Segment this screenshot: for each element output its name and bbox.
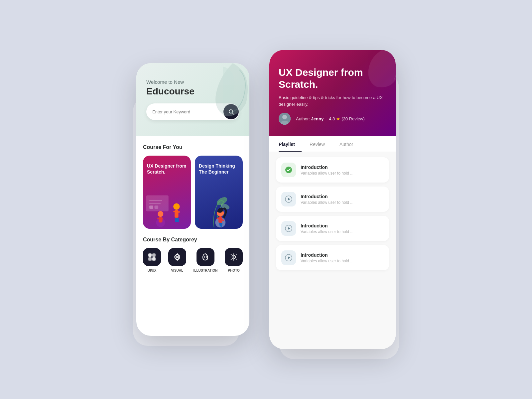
svg-point-35 — [231, 254, 232, 255]
author-info: Author: Jenny — [296, 116, 324, 121]
svg-rect-10 — [178, 211, 180, 213]
svg-point-36 — [236, 254, 237, 255]
category-visual[interactable]: VISUAL — [168, 248, 186, 272]
illustration-icon — [197, 248, 214, 266]
visual-label: VISUAL — [171, 269, 183, 272]
phone1: Welcome to New Educourse Course For You — [136, 63, 249, 336]
svg-point-7 — [173, 203, 180, 210]
playlist-item-4-title: Introduction — [301, 252, 353, 258]
author-row: Author: Jenny 4.8 ★ (20 Review) — [279, 113, 386, 125]
author-name: Jenny — [311, 116, 324, 121]
header-decoration — [362, 50, 396, 91]
svg-point-37 — [231, 259, 232, 260]
courses-section-title: Course For You — [143, 144, 243, 150]
rating-info: 4.8 ★ (20 Review) — [329, 116, 364, 121]
playlist-item-3-content: Introduction Variables allow user to hol… — [301, 223, 353, 234]
course-description: Basic guideline & tips & tricks for how … — [279, 94, 386, 107]
course-card-1[interactable]: UX Designer from Scratch. — [143, 156, 191, 229]
category-uiux[interactable]: UI/UX — [143, 248, 161, 272]
svg-point-34 — [233, 256, 234, 258]
author-label: Author: — [296, 116, 310, 121]
phone2-header: UX Designer from Scratch. Basic guidelin… — [269, 50, 396, 136]
tab-review[interactable]: Review — [310, 136, 332, 152]
playlist-item-2-title: Introduction — [301, 194, 353, 199]
svg-rect-27 — [148, 253, 152, 257]
playlist-item-2-content: Introduction Variables allow user to hol… — [301, 194, 353, 205]
playlist-item-2[interactable]: Introduction Variables allow user to hol… — [276, 187, 389, 212]
visual-icon — [168, 248, 186, 266]
svg-rect-28 — [152, 253, 156, 257]
svg-marker-48 — [288, 198, 290, 200]
svg-marker-52 — [288, 256, 290, 259]
playlist-icon-2 — [281, 192, 296, 206]
author-avatar — [279, 113, 291, 125]
svg-point-44 — [282, 115, 287, 119]
uiux-label: UI/UX — [148, 269, 157, 272]
svg-rect-17 — [161, 218, 164, 219]
svg-point-14 — [158, 211, 163, 217]
course-illustration-1 — [143, 192, 191, 229]
review-count: (20 Review) — [341, 116, 364, 121]
course-illustration-2 — [195, 192, 243, 229]
playlist-item-4-desc: Variables allow user to hold ... — [301, 259, 353, 263]
svg-rect-29 — [148, 257, 152, 261]
categories-section-title: Course By Categorey — [143, 237, 243, 243]
phone2: UX Designer from Scratch. Basic guidelin… — [269, 50, 396, 349]
playlist-item-4[interactable]: Introduction Variables allow user to hol… — [276, 245, 389, 270]
playlist-item-3-title: Introduction — [301, 223, 353, 228]
playlist-item-2-desc: Variables allow user to hold ... — [301, 200, 353, 205]
playlist-icon-4 — [281, 250, 296, 265]
svg-rect-11 — [175, 218, 177, 222]
svg-rect-16 — [157, 218, 159, 219]
photo-icon — [225, 248, 243, 266]
svg-marker-50 — [288, 227, 290, 230]
courses-row: UX Designer from Scratch. — [143, 156, 243, 229]
phone2-wrapper: UX Designer from Scratch. Basic guidelin… — [269, 50, 396, 349]
playlist-items: Introduction Variables allow user to hol… — [269, 152, 396, 276]
svg-rect-15 — [159, 217, 163, 222]
playlist-item-1[interactable]: Introduction Variables allow user to hol… — [276, 157, 389, 183]
svg-rect-9 — [173, 211, 176, 212]
playlist-icon-3 — [281, 221, 296, 236]
uiux-icon — [143, 248, 161, 266]
svg-rect-5 — [149, 205, 153, 209]
svg-rect-22 — [218, 216, 222, 223]
photo-label: PHOTO — [228, 269, 239, 272]
star-icon: ★ — [336, 116, 340, 121]
leaf-decoration — [206, 63, 249, 120]
categories-row: UI/UX VISUAL — [143, 248, 243, 272]
rating-value: 4.8 — [329, 116, 335, 121]
phone1-header: Welcome to New Educourse — [136, 63, 249, 136]
phones-container: Welcome to New Educourse Course For You — [136, 50, 396, 349]
category-photo[interactable]: PHOTO — [225, 248, 243, 272]
svg-point-32 — [176, 256, 179, 258]
phone2-body: Playlist Review Author — [269, 136, 396, 349]
category-illustration[interactable]: ILLUSTRATION — [194, 248, 218, 272]
svg-rect-6 — [155, 205, 159, 209]
tab-author[interactable]: Author — [339, 136, 360, 152]
svg-rect-30 — [152, 257, 156, 261]
phone1-body: Course For You UX Designer from Scratch. — [136, 136, 249, 336]
playlist-item-1-desc: Variables allow user to hold ... — [301, 171, 353, 176]
tab-playlist[interactable]: Playlist — [279, 136, 302, 152]
playlist-item-3[interactable]: Introduction Variables allow user to hol… — [276, 216, 389, 241]
illustration-label: ILLUSTRATION — [194, 269, 218, 272]
playlist-item-1-title: Introduction — [301, 165, 353, 170]
course-card-2[interactable]: Design Thinking The Beginner — [195, 156, 243, 229]
phone1-wrapper: Welcome to New Educourse Course For You — [136, 63, 249, 336]
svg-rect-12 — [177, 218, 179, 222]
tabs-row: Playlist Review Author — [269, 136, 396, 152]
playlist-item-4-content: Introduction Variables allow user to hol… — [301, 252, 353, 263]
playlist-icon-1 — [281, 163, 296, 177]
playlist-item-1-content: Introduction Variables allow user to hol… — [301, 165, 353, 176]
svg-point-38 — [236, 259, 237, 260]
svg-rect-23 — [216, 218, 219, 219]
playlist-item-3-desc: Variables allow user to hold ... — [301, 229, 353, 234]
